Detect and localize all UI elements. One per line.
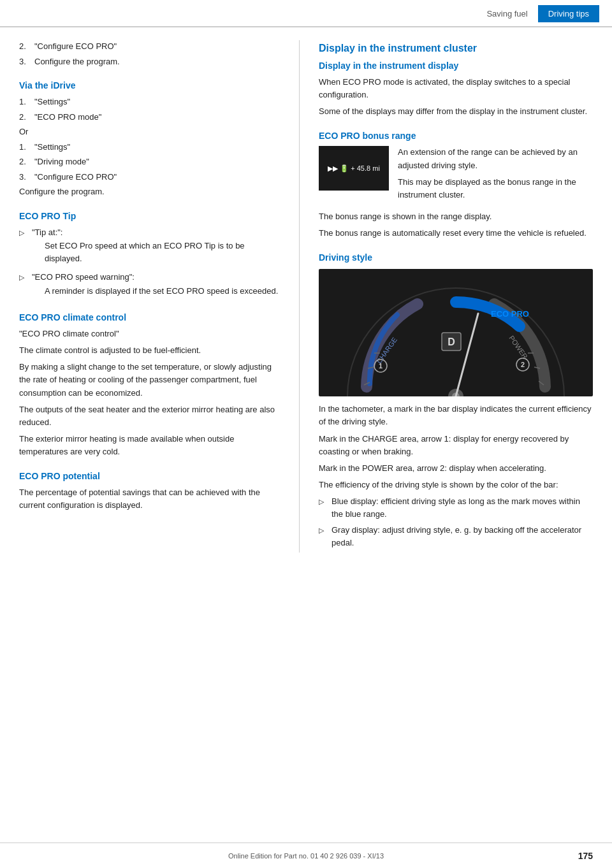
instrument-display-heading: Display in the instrument display (319, 61, 593, 71)
main-content: 2. "Configure ECO PRO" 3. Configure the … (0, 27, 612, 553)
bullet-item: ▷ "Tip at:": Set ECO Pro speed at which … (19, 226, 280, 268)
via-idrive-heading: Via the iDrive (19, 80, 280, 90)
bonus-range-block: ▶▶ 🔋 + 45.8 mi An extension of the range… (319, 146, 593, 205)
left-column: 2. "Configure ECO PRO" 3. Configure the … (19, 40, 300, 553)
bullet-arrow-icon: ▷ (19, 271, 32, 300)
bonus-range-desc1: An extension of the range can be achieve… (398, 146, 593, 171)
item-num: 3. (19, 171, 34, 184)
bullet-arrow-icon: ▷ (19, 226, 32, 268)
eco-pro-climate-p4: The exterior mirror heating is made avai… (19, 433, 280, 458)
bullet-label: "ECO PRO speed warning": (32, 272, 135, 282)
driving-style-p2: Mark in the CHARGE area, arrow 1: displa… (319, 433, 593, 458)
svg-text:ECO PRO: ECO PRO (491, 309, 529, 319)
driving-style-p4: The efficiency of the driving style is s… (319, 479, 593, 491)
item-num: 2. (19, 156, 34, 168)
list-item: 2. "Driving mode" (19, 156, 280, 168)
item-num: 1. (19, 96, 34, 108)
item-text: "Configure ECO PRO" (34, 40, 280, 53)
bullet-arrow-icon: ▷ (319, 524, 332, 549)
item-num: 2. (19, 40, 34, 53)
item-text: "Driving mode" (34, 156, 280, 168)
list-item: 3. Configure the program. (19, 55, 280, 68)
header-saving-fuel: Saving fuel (476, 5, 537, 22)
bonus-range-p2: The bonus range is automatically reset e… (319, 227, 593, 240)
bullet-arrow-icon: ▷ (319, 495, 332, 520)
driving-style-p3: Mark in the POWER area, arrow 2: display… (319, 462, 593, 475)
bullet-text: Gray display: adjust driving style, e. g… (332, 524, 593, 549)
list-item: 2. "ECO PRO mode" (19, 111, 280, 124)
instrument-cluster-heading: Display in the instrument cluster (319, 43, 593, 54)
instrument-display-p2: Some of the displays may differ from the… (319, 105, 593, 118)
eco-pro-climate-p3: The outputs of the seat heater and the e… (19, 403, 280, 429)
item-text: "ECO PRO mode" (34, 111, 280, 124)
bullet-content: "ECO PRO speed warning": A reminder is d… (32, 271, 280, 300)
list-item: 3. "Configure ECO PRO" (19, 171, 280, 184)
list-item: 1. "Settings" (19, 96, 280, 108)
driving-style-image: D ECO PRO CHARGE POWER 1 2 (319, 269, 593, 396)
bullet-sub: Set ECO Pro speed at which an ECO PRO Ti… (45, 240, 280, 264)
eco-pro-climate-p2: By making a slight change to the set tem… (19, 361, 280, 399)
right-column: Display in the instrument cluster Displa… (300, 40, 593, 553)
eco-pro-potential-heading: ECO PRO potential (19, 471, 280, 481)
item-num: 1. (19, 141, 34, 154)
page-header: Saving fuel Driving tips (0, 0, 612, 27)
eco-pro-potential-p1: The percentage of potential savings that… (19, 486, 280, 512)
driving-style-heading: Driving style (319, 252, 593, 263)
svg-text:2: 2 (521, 361, 525, 368)
item-num: 3. (19, 55, 34, 68)
bullet-item: ▷ Blue display: efficient driving style … (319, 495, 593, 520)
bullet-item: ▷ "ECO PRO speed warning": A reminder is… (19, 271, 280, 300)
svg-text:D: D (448, 336, 455, 347)
item-num: 2. (19, 111, 34, 124)
eco-pro-bonus-heading: ECO PRO bonus range (319, 131, 593, 141)
bonus-range-p1: The bonus range is shown in the range di… (319, 210, 593, 223)
bullet-item: ▷ Gray display: adjust driving style, e.… (319, 524, 593, 549)
instrument-display-p1: When ECO PRO mode is activated, the disp… (319, 76, 593, 101)
footer-text: Online Edition for Part no. 01 40 2 926 … (228, 852, 384, 860)
bullet-content: "Tip at:": Set ECO Pro speed at which an… (32, 226, 280, 268)
page-number: 175 (578, 851, 593, 861)
eco-pro-climate-heading: ECO PRO climate control (19, 312, 280, 322)
bonus-range-desc2: This may be displayed as the bonus range… (398, 176, 593, 201)
configure-program: Configure the program. (19, 185, 280, 198)
bullet-sub: A reminder is displayed if the set ECO P… (45, 285, 280, 298)
eco-pro-climate-p1: The climate control is adjusted to be fu… (19, 344, 280, 357)
bonus-range-img-text: ▶▶ 🔋 + 45.8 mi (328, 164, 380, 173)
bullet-text: Blue display: efficient driving style as… (332, 495, 593, 520)
item-text: Configure the program. (34, 55, 280, 68)
driving-style-p1: In the tachometer, a mark in the bar dis… (319, 403, 593, 428)
bonus-range-desc: An extension of the range can be achieve… (398, 146, 593, 205)
list-item: 1. "Settings" (19, 141, 280, 154)
item-text: "Settings" (34, 141, 280, 154)
bullet-label: "Tip at:": (32, 228, 62, 237)
or-text: Or (19, 126, 280, 138)
eco-pro-tip-heading: ECO PRO Tip (19, 211, 280, 221)
item-text: "Configure ECO PRO" (34, 171, 280, 184)
header-driving-tips: Driving tips (538, 5, 599, 22)
svg-text:1: 1 (379, 362, 382, 370)
list-item: 2. "Configure ECO PRO" (19, 40, 280, 53)
eco-pro-climate-title: "ECO PRO climate control" (19, 328, 280, 340)
bonus-range-image: ▶▶ 🔋 + 45.8 mi (319, 146, 389, 191)
item-text: "Settings" (34, 96, 280, 108)
